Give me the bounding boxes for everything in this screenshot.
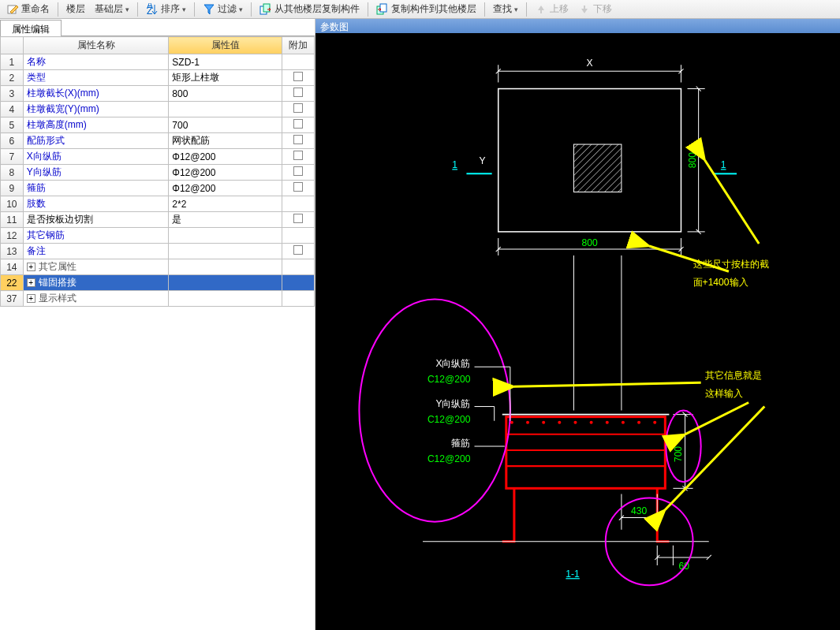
prop-add[interactable] (282, 165, 314, 181)
prop-name: 柱墩高度(mm) (23, 117, 169, 133)
svg-text:Z: Z (147, 6, 152, 16)
checkbox[interactable] (293, 88, 303, 97)
prop-value[interactable]: 2*2 (169, 196, 282, 212)
property-group-row[interactable]: 37 +显示样式 (1, 291, 315, 307)
property-row[interactable]: 7 X向纵筋 Φ12@200 (1, 149, 315, 165)
prop-add[interactable] (282, 181, 314, 196)
prop-add[interactable] (282, 244, 314, 259)
property-row[interactable]: 10 肢数 2*2 (1, 196, 315, 212)
group-name[interactable]: +显示样式 (23, 291, 169, 307)
rename-button[interactable]: 重命名 (3, 2, 53, 16)
prop-value[interactable]: SZD-1 (169, 54, 282, 70)
property-group-row[interactable]: 14 +其它属性 (1, 259, 315, 275)
group-value (169, 291, 282, 307)
prop-add[interactable] (282, 228, 314, 244)
prop-value[interactable] (169, 228, 282, 244)
tab-bar: 属性编辑 (0, 19, 315, 36)
filter-icon (203, 3, 215, 16)
rownum: 4 (1, 102, 24, 117)
prop-add[interactable] (282, 196, 314, 212)
arrow-up-icon (535, 3, 547, 16)
checkbox[interactable] (293, 103, 303, 113)
prop-name: 箍筋 (23, 181, 169, 196)
group-name[interactable]: +锚固搭接 (23, 275, 169, 291)
checkbox[interactable] (293, 72, 303, 81)
copy-from-button[interactable]: 从其他楼层复制构件 (256, 2, 363, 16)
property-row[interactable]: 2 类型 矩形上柱墩 (1, 70, 315, 86)
header-rownum (1, 37, 24, 54)
expand-icon[interactable]: + (27, 294, 35, 303)
prop-add[interactable] (282, 149, 314, 165)
prop-name: X向纵筋 (23, 149, 169, 165)
legend-x-value: C12@200 (427, 374, 471, 385)
rownum: 12 (1, 228, 24, 244)
group-value (169, 275, 282, 291)
copy-to-button[interactable]: 复制构件到其他楼层 (373, 2, 480, 16)
property-row[interactable]: 12 其它钢筋 (1, 228, 315, 244)
rownum: 13 (1, 244, 24, 259)
prop-add[interactable] (282, 133, 314, 149)
checkbox[interactable] (293, 182, 303, 192)
copy-to-icon (376, 3, 389, 16)
floor-select[interactable]: 基础层 ▾ (91, 2, 133, 16)
prop-value[interactable]: 矩形上柱墩 (169, 70, 282, 86)
prop-value[interactable]: 网状配筋 (169, 133, 282, 149)
prop-name: 是否按板边切割 (23, 212, 169, 228)
prop-value[interactable] (169, 244, 282, 259)
svg-rect-6 (380, 4, 386, 12)
rownum: 11 (1, 212, 24, 228)
checkbox[interactable] (293, 245, 303, 255)
prop-add[interactable] (282, 102, 314, 117)
sort-icon: AZ (146, 3, 159, 16)
prop-name: Y向纵筋 (23, 165, 169, 181)
property-grid[interactable]: 属性名称 属性值 附加 1 名称 SZD-1 2 类型 矩形上柱墩 3 柱墩截长… (0, 36, 315, 307)
svg-line-22 (705, 160, 760, 244)
section-1-1: 1-1 (566, 568, 580, 580)
property-row[interactable]: 3 柱墩截长(X)(mm) 800 (1, 86, 315, 102)
checkbox[interactable] (293, 214, 303, 223)
prop-add[interactable] (282, 86, 314, 102)
property-row[interactable]: 8 Y向纵筋 Φ12@200 (1, 165, 315, 181)
checkbox[interactable] (293, 135, 303, 144)
sort-button[interactable]: AZ 排序 ▾ (143, 2, 189, 16)
prop-value[interactable] (169, 102, 282, 117)
chevron-down-icon: ▾ (182, 6, 186, 13)
property-row[interactable]: 6 配筋形式 网状配筋 (1, 133, 315, 149)
prop-add[interactable] (282, 70, 314, 86)
tab-property-edit[interactable]: 属性编辑 (0, 20, 62, 36)
expand-icon[interactable]: + (27, 263, 35, 271)
prop-add[interactable] (282, 212, 314, 228)
filter-button[interactable]: 过滤 ▾ (200, 2, 246, 16)
property-row[interactable]: 1 名称 SZD-1 (1, 54, 315, 70)
group-value (169, 259, 282, 275)
rename-label: 重命名 (21, 2, 50, 16)
prop-value[interactable]: 700 (169, 117, 282, 133)
header-add: 附加 (282, 37, 314, 54)
checkbox[interactable] (293, 151, 303, 160)
property-row[interactable]: 5 柱墩高度(mm) 700 (1, 117, 315, 133)
prop-value[interactable]: 800 (169, 86, 282, 102)
prop-add[interactable] (282, 117, 314, 133)
property-row[interactable]: 13 备注 (1, 244, 315, 259)
checkbox[interactable] (293, 119, 303, 129)
expand-icon[interactable]: + (27, 278, 35, 287)
prop-name: 其它钢筋 (23, 228, 169, 244)
find-button[interactable]: 查找 ▾ (490, 2, 521, 16)
move-up-button: 上移 (532, 2, 572, 16)
prop-value[interactable]: 是 (169, 212, 282, 228)
prop-value[interactable]: Φ12@200 (169, 181, 282, 196)
toolbar: 重命名 楼层 基础层 ▾ AZ 排序 ▾ 过滤 ▾ 从其他楼层复制构件 复制构件… (0, 0, 840, 19)
rownum: 14 (1, 259, 24, 275)
group-name[interactable]: +其它属性 (23, 259, 169, 275)
prop-value[interactable]: Φ12@200 (169, 165, 282, 181)
rownum: 10 (1, 196, 24, 212)
prop-value[interactable]: Φ12@200 (169, 149, 282, 165)
property-panel: 属性编辑 属性名称 属性值 附加 1 名称 SZD-1 2 类型 矩形上柱墩 3… (0, 19, 315, 630)
property-row[interactable]: 9 箍筋 Φ12@200 (1, 181, 315, 196)
property-group-row[interactable]: 22 +锚固搭接 (1, 275, 315, 291)
svg-point-27 (510, 421, 513, 424)
prop-add[interactable] (282, 54, 314, 70)
property-row[interactable]: 4 柱墩截宽(Y)(mm) (1, 102, 315, 117)
property-row[interactable]: 11 是否按板边切割 是 (1, 212, 315, 228)
checkbox[interactable] (293, 166, 303, 176)
